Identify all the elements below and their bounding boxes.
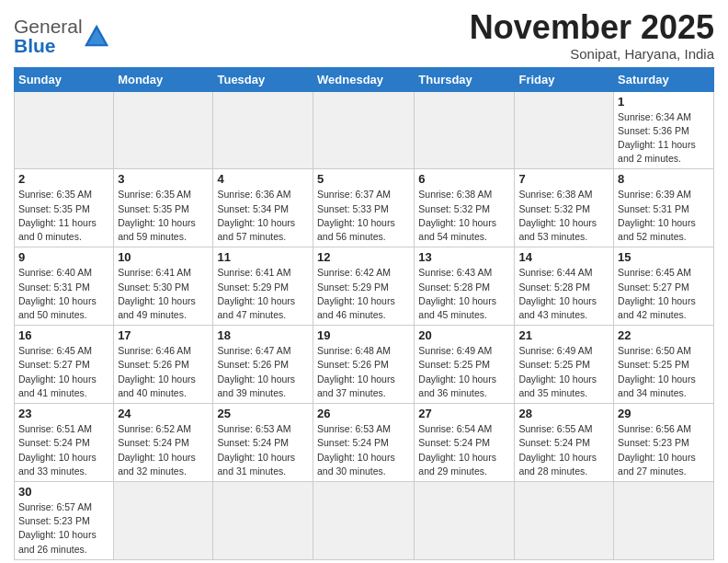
table-row [213, 91, 313, 169]
col-sunday: Sunday [15, 67, 114, 91]
day-info: Sunrise: 6:36 AM Sunset: 5:34 PM Dayligh… [217, 188, 309, 244]
day-number: 20 [418, 328, 510, 342]
table-row [213, 481, 313, 559]
day-info: Sunrise: 6:51 AM Sunset: 5:24 PM Dayligh… [18, 422, 109, 478]
day-number: 15 [618, 250, 710, 264]
logo-general: General [14, 16, 83, 37]
table-row [15, 91, 114, 169]
day-info: Sunrise: 6:53 AM Sunset: 5:24 PM Dayligh… [217, 422, 309, 478]
day-info: Sunrise: 6:39 AM Sunset: 5:31 PM Dayligh… [618, 188, 710, 244]
header: General Blue November 2025 Sonipat, Hary… [14, 9, 714, 62]
calendar-week-row: 1Sunrise: 6:34 AM Sunset: 5:36 PM Daylig… [15, 91, 714, 169]
day-info: Sunrise: 6:47 AM Sunset: 5:26 PM Dayligh… [217, 344, 309, 400]
calendar-header-row: Sunday Monday Tuesday Wednesday Thursday… [15, 67, 714, 91]
table-row: 28Sunrise: 6:55 AM Sunset: 5:24 PM Dayli… [515, 404, 614, 482]
table-row: 16Sunrise: 6:45 AM Sunset: 5:27 PM Dayli… [15, 326, 114, 404]
day-info: Sunrise: 6:37 AM Sunset: 5:33 PM Dayligh… [317, 188, 410, 244]
col-saturday: Saturday [614, 67, 714, 91]
table-row: 8Sunrise: 6:39 AM Sunset: 5:31 PM Daylig… [614, 169, 714, 247]
table-row [415, 91, 515, 169]
table-row: 6Sunrise: 6:38 AM Sunset: 5:32 PM Daylig… [415, 169, 515, 247]
calendar-week-row: 23Sunrise: 6:51 AM Sunset: 5:24 PM Dayli… [15, 404, 714, 482]
day-number: 18 [217, 328, 309, 342]
day-info: Sunrise: 6:45 AM Sunset: 5:27 PM Dayligh… [618, 266, 710, 322]
calendar-week-row: 9Sunrise: 6:40 AM Sunset: 5:31 PM Daylig… [15, 247, 714, 326]
table-row: 26Sunrise: 6:53 AM Sunset: 5:24 PM Dayli… [313, 404, 415, 482]
day-info: Sunrise: 6:40 AM Sunset: 5:31 PM Dayligh… [18, 266, 109, 322]
day-info: Sunrise: 6:41 AM Sunset: 5:29 PM Dayligh… [217, 266, 309, 322]
table-row: 18Sunrise: 6:47 AM Sunset: 5:26 PM Dayli… [213, 326, 313, 404]
col-thursday: Thursday [415, 67, 515, 91]
calendar-week-row: 16Sunrise: 6:45 AM Sunset: 5:27 PM Dayli… [15, 326, 714, 404]
table-row [515, 91, 614, 169]
day-info: Sunrise: 6:52 AM Sunset: 5:24 PM Dayligh… [118, 422, 209, 478]
day-number: 9 [18, 250, 109, 264]
day-info: Sunrise: 6:50 AM Sunset: 5:25 PM Dayligh… [618, 344, 710, 400]
day-number: 7 [518, 172, 609, 186]
day-number: 6 [418, 172, 510, 186]
table-row: 15Sunrise: 6:45 AM Sunset: 5:27 PM Dayli… [614, 247, 714, 326]
table-row: 14Sunrise: 6:44 AM Sunset: 5:28 PM Dayli… [515, 247, 614, 326]
day-number: 21 [518, 328, 609, 342]
day-info: Sunrise: 6:38 AM Sunset: 5:32 PM Dayligh… [518, 188, 609, 244]
calendar-week-row: 30Sunrise: 6:57 AM Sunset: 5:23 PM Dayli… [15, 481, 714, 559]
day-number: 24 [118, 407, 209, 420]
table-row: 1Sunrise: 6:34 AM Sunset: 5:36 PM Daylig… [614, 91, 714, 169]
table-row: 19Sunrise: 6:48 AM Sunset: 5:26 PM Dayli… [313, 326, 415, 404]
day-number: 4 [217, 172, 309, 186]
table-row [415, 481, 515, 559]
table-row: 21Sunrise: 6:49 AM Sunset: 5:25 PM Dayli… [515, 326, 614, 404]
logo-blue: Blue [14, 35, 56, 56]
day-info: Sunrise: 6:55 AM Sunset: 5:24 PM Dayligh… [518, 422, 609, 478]
day-info: Sunrise: 6:57 AM Sunset: 5:23 PM Dayligh… [18, 500, 109, 557]
day-number: 5 [317, 172, 410, 186]
month-title: November 2025 [470, 9, 714, 46]
table-row: 10Sunrise: 6:41 AM Sunset: 5:30 PM Dayli… [114, 247, 213, 326]
table-row: 3Sunrise: 6:35 AM Sunset: 5:35 PM Daylig… [114, 169, 213, 247]
calendar-week-row: 2Sunrise: 6:35 AM Sunset: 5:35 PM Daylig… [15, 169, 714, 247]
table-row: 7Sunrise: 6:38 AM Sunset: 5:32 PM Daylig… [515, 169, 614, 247]
day-info: Sunrise: 6:53 AM Sunset: 5:24 PM Dayligh… [317, 422, 410, 478]
col-tuesday: Tuesday [213, 67, 313, 91]
day-info: Sunrise: 6:49 AM Sunset: 5:25 PM Dayligh… [418, 344, 510, 400]
table-row: 30Sunrise: 6:57 AM Sunset: 5:23 PM Dayli… [15, 481, 114, 559]
table-row: 13Sunrise: 6:43 AM Sunset: 5:28 PM Dayli… [415, 247, 515, 326]
table-row: 11Sunrise: 6:41 AM Sunset: 5:29 PM Dayli… [213, 247, 313, 326]
day-info: Sunrise: 6:35 AM Sunset: 5:35 PM Dayligh… [18, 188, 109, 244]
table-row: 25Sunrise: 6:53 AM Sunset: 5:24 PM Dayli… [213, 404, 313, 482]
day-info: Sunrise: 6:42 AM Sunset: 5:29 PM Dayligh… [317, 266, 410, 322]
col-monday: Monday [114, 67, 213, 91]
day-info: Sunrise: 6:54 AM Sunset: 5:24 PM Dayligh… [418, 422, 510, 478]
table-row: 17Sunrise: 6:46 AM Sunset: 5:26 PM Dayli… [114, 326, 213, 404]
day-info: Sunrise: 6:38 AM Sunset: 5:32 PM Dayligh… [418, 188, 510, 244]
day-number: 2 [18, 172, 109, 186]
calendar-table: Sunday Monday Tuesday Wednesday Thursday… [14, 67, 714, 560]
table-row [614, 481, 714, 559]
day-number: 25 [217, 407, 309, 420]
table-row [313, 481, 415, 559]
table-row [114, 481, 213, 559]
day-number: 30 [18, 485, 109, 499]
day-number: 23 [18, 407, 109, 420]
day-number: 10 [118, 250, 209, 264]
day-number: 22 [618, 328, 710, 342]
day-number: 11 [217, 250, 309, 264]
day-info: Sunrise: 6:45 AM Sunset: 5:27 PM Dayligh… [18, 344, 109, 400]
table-row: 2Sunrise: 6:35 AM Sunset: 5:35 PM Daylig… [15, 169, 114, 247]
day-number: 29 [618, 407, 710, 420]
day-info: Sunrise: 6:46 AM Sunset: 5:26 PM Dayligh… [118, 344, 209, 400]
col-wednesday: Wednesday [313, 67, 415, 91]
day-number: 12 [317, 250, 410, 264]
table-row [515, 481, 614, 559]
day-info: Sunrise: 6:56 AM Sunset: 5:23 PM Dayligh… [618, 422, 710, 478]
day-info: Sunrise: 6:43 AM Sunset: 5:28 PM Dayligh… [418, 266, 510, 322]
table-row: 4Sunrise: 6:36 AM Sunset: 5:34 PM Daylig… [213, 169, 313, 247]
logo: General Blue [14, 17, 110, 55]
day-number: 26 [317, 407, 410, 420]
table-row: 20Sunrise: 6:49 AM Sunset: 5:25 PM Dayli… [415, 326, 515, 404]
day-info: Sunrise: 6:48 AM Sunset: 5:26 PM Dayligh… [317, 344, 410, 400]
day-number: 3 [118, 172, 209, 186]
day-number: 1 [618, 95, 710, 109]
table-row [114, 91, 213, 169]
day-number: 8 [618, 172, 710, 186]
